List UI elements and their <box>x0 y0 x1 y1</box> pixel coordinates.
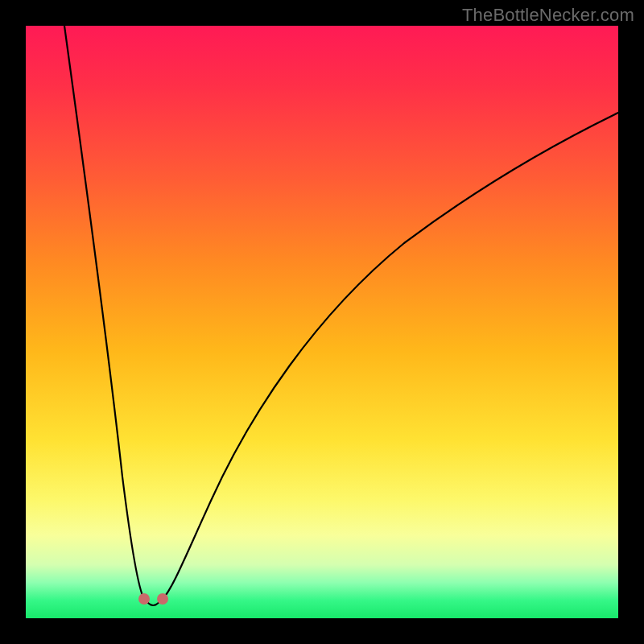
plot-area <box>26 26 618 618</box>
watermark-text: TheBottleNecker.com <box>462 5 634 26</box>
heat-gradient-background <box>26 26 618 618</box>
